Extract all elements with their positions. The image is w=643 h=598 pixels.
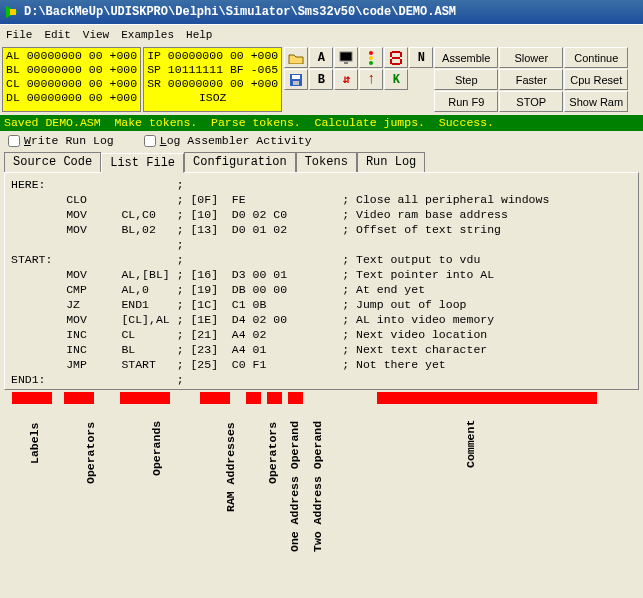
- code-line: CMP AL,0 ; [19] DB 00 00 ; At end yet: [11, 282, 632, 297]
- svg-rect-5: [340, 52, 352, 61]
- tab-source-code[interactable]: Source Code: [4, 152, 101, 172]
- menu-view[interactable]: View: [83, 29, 109, 41]
- annotation-labels: Labels Operators Operands RAM Addresses …: [0, 404, 643, 570]
- marker-ram: [200, 392, 230, 404]
- reg-cl: CL 00000000 00 +000: [6, 77, 137, 91]
- menu-edit[interactable]: Edit: [44, 29, 70, 41]
- menu-help[interactable]: Help: [186, 29, 212, 41]
- code-line: MOV CL,C0 ; [10] D0 02 C0 ; Video ram ba…: [11, 207, 632, 222]
- checkbox-input[interactable]: [144, 135, 156, 147]
- io-button[interactable]: ⇵: [334, 69, 358, 90]
- menu-file[interactable]: File: [6, 29, 32, 41]
- slower-button[interactable]: Slower: [499, 47, 563, 68]
- stop-button[interactable]: STOP: [499, 91, 563, 112]
- tab-list-file[interactable]: List File: [101, 153, 184, 173]
- registers-panel-right: IP 00000000 00 +000 SP 10111111 BF -065 …: [143, 47, 282, 112]
- cpu-reset-button[interactable]: Cpu Reset: [564, 69, 628, 90]
- code-line: INC CL ; [21] A4 02 ; Next video locatio…: [11, 327, 632, 342]
- arrow-up-icon: ↑: [367, 71, 376, 88]
- code-listing[interactable]: HERE: ; CLO ; [0F] FE ; Close all periph…: [4, 172, 639, 390]
- monitor-icon: [338, 51, 354, 65]
- svg-rect-3: [292, 75, 300, 79]
- svg-rect-7: [392, 51, 400, 53]
- code-line: CLO ; [0F] FE ; Close all peripheral win…: [11, 192, 632, 207]
- svg-rect-4: [293, 81, 299, 85]
- ann-operators: Operators: [84, 422, 97, 484]
- reg-sr: SR 00000000 00 +000: [147, 77, 278, 91]
- svg-rect-9: [392, 63, 400, 65]
- code-line: JZ END1 ; [1C] C1 0B ; Jump out of loop: [11, 297, 632, 312]
- marker-operators: [64, 392, 94, 404]
- marker-twoaddr: [288, 392, 303, 404]
- ann-comment: Comment: [464, 420, 477, 468]
- menu-bar: File Edit View Examples Help: [0, 24, 643, 44]
- assemble-button[interactable]: Assemble: [434, 47, 498, 68]
- options-row: Write Run Log Log Assembler Activity: [0, 131, 643, 150]
- write-run-log-checkbox[interactable]: Write Run Log: [8, 134, 114, 147]
- status-bar: Saved DEMO.ASM Make tokens. Parse tokens…: [0, 115, 643, 131]
- code-line: INC BL ; [23] A4 01 ; Next text characte…: [11, 342, 632, 357]
- marker-operands: [120, 392, 170, 404]
- reg-ip: IP 00000000 00 +000: [147, 49, 278, 63]
- show-ram-button[interactable]: Show Ram: [564, 91, 628, 112]
- tab-configuration[interactable]: Configuration: [184, 152, 296, 172]
- seven-seg-icon: [390, 50, 402, 66]
- registers-panel-left: AL 00000000 00 +000 BL 00000000 00 +000 …: [2, 47, 141, 112]
- reg-dl: DL 00000000 00 +000: [6, 91, 137, 105]
- reg-al: AL 00000000 00 +000: [6, 49, 137, 63]
- svg-rect-8: [392, 57, 400, 59]
- code-line: START: ; ; Text output to vdu: [11, 252, 632, 267]
- step-button[interactable]: Step: [434, 69, 498, 90]
- svg-rect-11: [400, 52, 402, 57]
- app-icon: [4, 4, 20, 20]
- button-n[interactable]: N: [409, 47, 433, 68]
- checkbox-input[interactable]: [8, 135, 20, 147]
- save-button[interactable]: [284, 69, 308, 90]
- continue-button[interactable]: Continue: [564, 47, 628, 68]
- reg-sp: SP 10111111 BF -065: [147, 63, 278, 77]
- code-line: MOV [CL],AL ; [1E] D4 02 00 ; AL into vi…: [11, 312, 632, 327]
- window-title-bar: D:\BackMeUp\UDISKPRO\Delphi\Simulator\Sm…: [0, 0, 643, 24]
- monitor-button[interactable]: [334, 47, 358, 68]
- title-text: D:\BackMeUp\UDISKPRO\Delphi\Simulator\Sm…: [24, 5, 456, 19]
- ann-operands: Operands: [150, 421, 163, 476]
- tab-tokens[interactable]: Tokens: [296, 152, 357, 172]
- reg-flags: ISOZ: [147, 91, 278, 105]
- faster-button[interactable]: Faster: [499, 69, 563, 90]
- svg-rect-1: [10, 9, 16, 15]
- ann-oneaddr: One Address Operand: [288, 421, 301, 552]
- reg-bl: BL 00000000 00 +000: [6, 63, 137, 77]
- code-line: HERE: ;: [11, 177, 632, 192]
- menu-examples[interactable]: Examples: [121, 29, 174, 41]
- marker-operators2: [246, 392, 261, 404]
- tab-run-log[interactable]: Run Log: [357, 152, 425, 172]
- button-b[interactable]: B: [309, 69, 333, 90]
- svg-rect-6: [344, 62, 348, 64]
- open-button[interactable]: [284, 47, 308, 68]
- ann-ram: RAM Addresses: [224, 422, 237, 512]
- ann-operators2: Operators: [266, 422, 279, 484]
- main-toolbar: AL 00000000 00 +000 BL 00000000 00 +000 …: [0, 44, 643, 115]
- marker-labels: [12, 392, 52, 404]
- run-button[interactable]: Run F9: [434, 91, 498, 112]
- code-line: END1: ;: [11, 372, 632, 387]
- toolbar-buttons: A B ⇵ ↑: [284, 47, 628, 112]
- code-line: MOV AL,[BL] ; [16] D3 00 01 ; Text point…: [11, 267, 632, 282]
- tab-bar: Source Code List File Configuration Toke…: [0, 150, 643, 172]
- ann-twoaddr: Two Address Operand: [311, 421, 324, 552]
- code-line: ;: [11, 237, 632, 252]
- marker-oneaddr: [267, 392, 282, 404]
- folder-icon: [288, 52, 304, 64]
- code-line: MOV BL,02 ; [13] D0 01 02 ; Offset of te…: [11, 222, 632, 237]
- svg-rect-12: [390, 59, 392, 64]
- traffic-button[interactable]: [359, 47, 383, 68]
- traffic-light-icon: [369, 51, 373, 65]
- log-assembler-checkbox[interactable]: Log Assembler Activity: [144, 134, 312, 147]
- button-a[interactable]: A: [309, 47, 333, 68]
- up-button[interactable]: ↑: [359, 69, 383, 90]
- ann-labels: Labels: [28, 423, 41, 464]
- arrows-icon: ⇵: [343, 72, 350, 87]
- display-button[interactable]: [384, 47, 408, 68]
- button-k[interactable]: K: [384, 69, 408, 90]
- code-line: JMP START ; [25] C0 F1 ; Not there yet: [11, 357, 632, 372]
